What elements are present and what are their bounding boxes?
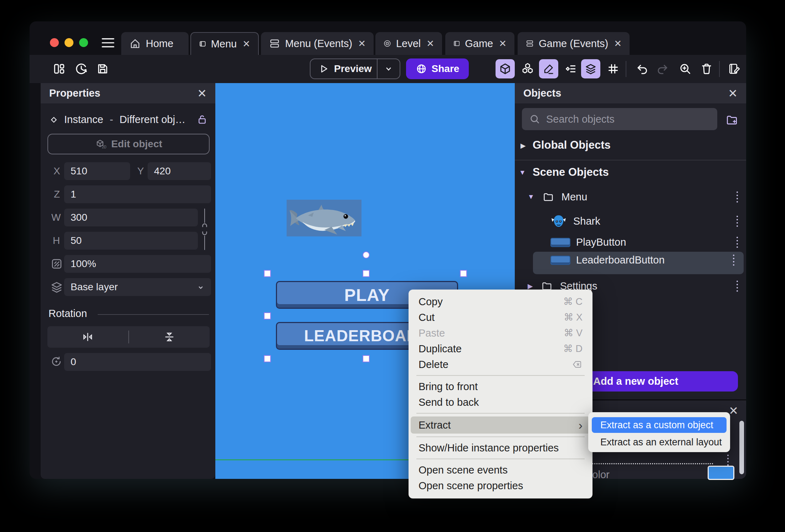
tree-item-shark[interactable]: Shark bbox=[550, 213, 742, 229]
collapse-arrow-icon[interactable]: ▶ bbox=[528, 282, 533, 290]
menu-item-cut[interactable]: Cut⌘ X bbox=[409, 310, 592, 325]
tab-menu-events[interactable]: Menu (Events) ✕ bbox=[261, 32, 374, 55]
link-line bbox=[204, 236, 205, 250]
close-traffic-light[interactable] bbox=[50, 38, 59, 47]
h-input[interactable]: 50 bbox=[64, 232, 198, 250]
search-placeholder: Search objects bbox=[546, 113, 615, 125]
submenu-item-extract-external-layout[interactable]: Extract as an external layout bbox=[600, 434, 722, 450]
tab-home[interactable]: Home bbox=[121, 32, 189, 55]
hamburger-menu-icon[interactable] bbox=[101, 37, 115, 48]
opacity-input[interactable]: 100% bbox=[64, 255, 211, 273]
tree-item-playbutton[interactable]: PlayButton bbox=[550, 236, 742, 248]
item-menu-icon[interactable] bbox=[737, 191, 738, 203]
x-input[interactable]: 510 bbox=[64, 162, 130, 180]
y-input[interactable]: 420 bbox=[148, 162, 211, 180]
grid-button[interactable] bbox=[604, 59, 623, 78]
x-label: X bbox=[53, 162, 60, 180]
layers-panel-button[interactable] bbox=[581, 59, 600, 78]
item-menu-icon[interactable] bbox=[727, 455, 729, 466]
tab-game-events[interactable]: Game (Events) ✕ bbox=[518, 32, 630, 55]
global-objects-header[interactable]: Global Objects bbox=[533, 139, 611, 152]
selection-handle[interactable] bbox=[363, 355, 370, 362]
edit-object-button[interactable]: 2D Edit object bbox=[47, 134, 210, 154]
shark-instance[interactable] bbox=[287, 200, 361, 236]
collapse-arrow-icon[interactable]: ▶ bbox=[520, 142, 526, 150]
rotate-handle[interactable] bbox=[363, 251, 370, 259]
zoom-in-button[interactable] bbox=[676, 59, 695, 78]
selection-handle[interactable] bbox=[264, 312, 271, 319]
instances-list-button[interactable] bbox=[561, 59, 581, 78]
selection-handle[interactable] bbox=[264, 355, 271, 362]
tree-item-label: Menu bbox=[561, 191, 588, 203]
zoom-traffic-light[interactable] bbox=[79, 38, 88, 47]
menu-item-open-scene-properties[interactable]: Open scene properties bbox=[409, 478, 592, 493]
svg-text:2D: 2D bbox=[102, 145, 106, 149]
minimize-traffic-light[interactable] bbox=[65, 38, 73, 47]
item-menu-icon[interactable] bbox=[737, 281, 738, 292]
preview-button[interactable]: Preview bbox=[311, 63, 377, 75]
rotation-input[interactable]: 0 bbox=[64, 353, 211, 371]
tab-close-icon[interactable]: ✕ bbox=[499, 38, 507, 49]
item-menu-icon[interactable] bbox=[737, 216, 738, 227]
search-objects-input[interactable]: Search objects bbox=[522, 108, 717, 130]
edit-scene-properties-button[interactable] bbox=[725, 59, 744, 78]
tab-label: Menu (Events) bbox=[285, 38, 353, 50]
menu-item-paste[interactable]: Paste⌘ V bbox=[409, 325, 592, 341]
expand-arrow-icon[interactable]: ▼ bbox=[528, 193, 534, 201]
menu-item-extract[interactable]: Extract› bbox=[411, 416, 590, 434]
w-input[interactable]: 300 bbox=[64, 209, 198, 226]
flip-horizontal-button[interactable] bbox=[47, 331, 128, 343]
panels-layout-button[interactable] bbox=[50, 59, 69, 78]
menu-item-duplicate[interactable]: Duplicate⌘ D bbox=[409, 341, 592, 357]
layer-select[interactable]: Base layer bbox=[64, 278, 211, 296]
objects-tool-button[interactable] bbox=[518, 59, 537, 78]
z-input[interactable]: 1 bbox=[64, 185, 211, 203]
cubes-icon bbox=[521, 62, 534, 76]
redo-button[interactable] bbox=[653, 59, 672, 78]
share-button[interactable]: Share bbox=[406, 58, 469, 79]
menu-item-send-to-back[interactable]: Send to back bbox=[409, 394, 592, 410]
unlock-icon[interactable] bbox=[196, 114, 208, 125]
menu-item-show-hide-instance-properties[interactable]: Show/Hide instance properties bbox=[409, 440, 592, 456]
object-2d-icon: 2D bbox=[95, 138, 106, 150]
tab-close-icon[interactable]: ✕ bbox=[426, 38, 434, 49]
tab-level[interactable]: Level ✕ bbox=[375, 32, 442, 55]
tab-close-icon[interactable]: ✕ bbox=[358, 38, 366, 49]
item-menu-icon[interactable] bbox=[737, 237, 738, 248]
history-button[interactable] bbox=[72, 59, 91, 78]
menu-item-delete[interactable]: Delete bbox=[409, 357, 592, 372]
tab-menu[interactable]: Menu ✕ bbox=[190, 32, 259, 55]
menu-item-copy[interactable]: Copy⌘ C bbox=[409, 294, 592, 310]
menu-item-bring-to-front[interactable]: Bring to front bbox=[409, 379, 592, 394]
preview-options-button[interactable] bbox=[378, 64, 400, 74]
tab-close-icon[interactable]: ✕ bbox=[614, 38, 622, 49]
close-objects-icon[interactable]: ✕ bbox=[728, 87, 738, 100]
submenu-item-extract-custom-object[interactable]: Extract as a custom object bbox=[592, 417, 727, 433]
scrollbar[interactable] bbox=[739, 421, 744, 474]
add-folder-icon[interactable] bbox=[725, 113, 739, 127]
menu-item-open-scene-events[interactable]: Open scene events bbox=[409, 462, 592, 478]
expand-arrow-icon[interactable]: ▼ bbox=[519, 169, 526, 177]
save-button[interactable] bbox=[93, 59, 112, 78]
selection-handle[interactable] bbox=[264, 270, 271, 277]
flip-vertical-button[interactable] bbox=[129, 331, 210, 343]
flip-buttons bbox=[47, 326, 210, 348]
tree-item-label: LeaderboardButton bbox=[576, 254, 665, 266]
toggle-3d-button[interactable] bbox=[496, 59, 515, 78]
close-properties-icon[interactable]: ✕ bbox=[197, 87, 207, 100]
selection-handle[interactable] bbox=[460, 270, 467, 277]
tab-game[interactable]: Game ✕ bbox=[445, 32, 514, 55]
tree-item-leaderboardbutton-selected[interactable]: LeaderboardButton bbox=[533, 252, 744, 274]
tree-folder-menu[interactable]: ▼ Menu bbox=[528, 191, 742, 203]
scene-objects-header[interactable]: Scene Objects bbox=[533, 166, 609, 179]
edit-tool-button[interactable] bbox=[539, 59, 558, 78]
close-layers-icon[interactable]: ✕ bbox=[729, 404, 738, 418]
item-menu-icon[interactable] bbox=[733, 255, 734, 266]
tab-close-icon[interactable]: ✕ bbox=[242, 39, 250, 50]
delete-button[interactable] bbox=[697, 59, 716, 78]
background-color-swatch[interactable] bbox=[708, 466, 734, 480]
selection-handle[interactable] bbox=[363, 270, 370, 277]
events-icon bbox=[269, 37, 281, 50]
undo-button[interactable] bbox=[633, 59, 652, 78]
link-dimensions-icon[interactable] bbox=[200, 223, 210, 236]
